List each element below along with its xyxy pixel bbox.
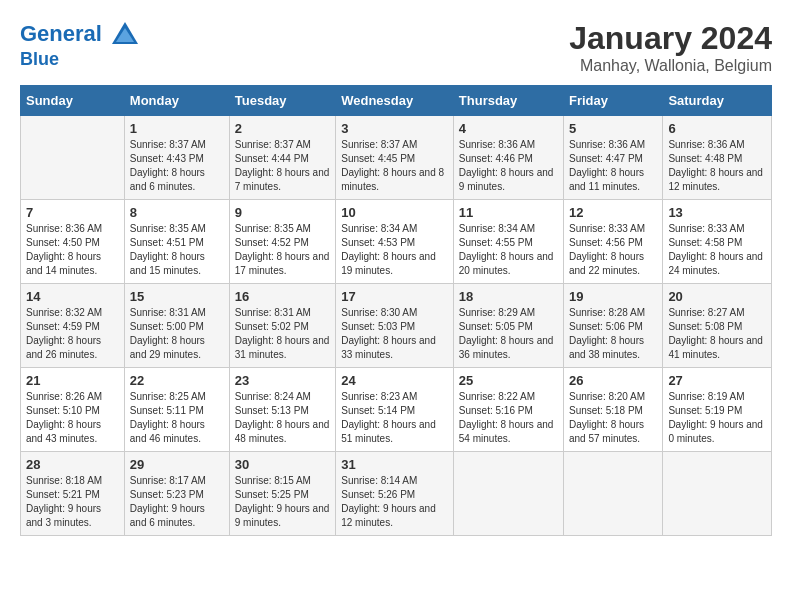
calendar-cell: 26Sunrise: 8:20 AM Sunset: 5:18 PM Dayli…: [563, 368, 662, 452]
day-info: Sunrise: 8:31 AM Sunset: 5:02 PM Dayligh…: [235, 306, 330, 362]
day-number: 29: [130, 457, 224, 472]
day-info: Sunrise: 8:36 AM Sunset: 4:47 PM Dayligh…: [569, 138, 657, 194]
calendar-cell: 1Sunrise: 8:37 AM Sunset: 4:43 PM Daylig…: [124, 116, 229, 200]
calendar-cell: 17Sunrise: 8:30 AM Sunset: 5:03 PM Dayli…: [336, 284, 454, 368]
day-info: Sunrise: 8:33 AM Sunset: 4:56 PM Dayligh…: [569, 222, 657, 278]
calendar-cell: [453, 452, 563, 536]
day-info: Sunrise: 8:34 AM Sunset: 4:55 PM Dayligh…: [459, 222, 558, 278]
logo-text: General: [20, 20, 140, 50]
calendar-cell: 30Sunrise: 8:15 AM Sunset: 5:25 PM Dayli…: [229, 452, 335, 536]
calendar-cell: 29Sunrise: 8:17 AM Sunset: 5:23 PM Dayli…: [124, 452, 229, 536]
calendar-cell: 25Sunrise: 8:22 AM Sunset: 5:16 PM Dayli…: [453, 368, 563, 452]
day-info: Sunrise: 8:30 AM Sunset: 5:03 PM Dayligh…: [341, 306, 448, 362]
calendar-cell: [21, 116, 125, 200]
day-number: 13: [668, 205, 766, 220]
day-number: 24: [341, 373, 448, 388]
day-number: 17: [341, 289, 448, 304]
day-info: Sunrise: 8:25 AM Sunset: 5:11 PM Dayligh…: [130, 390, 224, 446]
day-number: 7: [26, 205, 119, 220]
week-row-2: 7Sunrise: 8:36 AM Sunset: 4:50 PM Daylig…: [21, 200, 772, 284]
day-info: Sunrise: 8:34 AM Sunset: 4:53 PM Dayligh…: [341, 222, 448, 278]
day-number: 19: [569, 289, 657, 304]
day-info: Sunrise: 8:29 AM Sunset: 5:05 PM Dayligh…: [459, 306, 558, 362]
calendar-cell: 27Sunrise: 8:19 AM Sunset: 5:19 PM Dayli…: [663, 368, 772, 452]
calendar-cell: 20Sunrise: 8:27 AM Sunset: 5:08 PM Dayli…: [663, 284, 772, 368]
calendar-cell: 14Sunrise: 8:32 AM Sunset: 4:59 PM Dayli…: [21, 284, 125, 368]
month-year-title: January 2024: [569, 20, 772, 57]
day-info: Sunrise: 8:35 AM Sunset: 4:51 PM Dayligh…: [130, 222, 224, 278]
day-number: 11: [459, 205, 558, 220]
day-info: Sunrise: 8:28 AM Sunset: 5:06 PM Dayligh…: [569, 306, 657, 362]
day-info: Sunrise: 8:36 AM Sunset: 4:50 PM Dayligh…: [26, 222, 119, 278]
day-info: Sunrise: 8:33 AM Sunset: 4:58 PM Dayligh…: [668, 222, 766, 278]
day-number: 8: [130, 205, 224, 220]
location-subtitle: Manhay, Wallonia, Belgium: [569, 57, 772, 75]
week-row-3: 14Sunrise: 8:32 AM Sunset: 4:59 PM Dayli…: [21, 284, 772, 368]
day-number: 25: [459, 373, 558, 388]
calendar-cell: 6Sunrise: 8:36 AM Sunset: 4:48 PM Daylig…: [663, 116, 772, 200]
calendar-cell: 10Sunrise: 8:34 AM Sunset: 4:53 PM Dayli…: [336, 200, 454, 284]
calendar-cell: 16Sunrise: 8:31 AM Sunset: 5:02 PM Dayli…: [229, 284, 335, 368]
day-info: Sunrise: 8:22 AM Sunset: 5:16 PM Dayligh…: [459, 390, 558, 446]
calendar-cell: 9Sunrise: 8:35 AM Sunset: 4:52 PM Daylig…: [229, 200, 335, 284]
calendar-cell: 12Sunrise: 8:33 AM Sunset: 4:56 PM Dayli…: [563, 200, 662, 284]
calendar-cell: 22Sunrise: 8:25 AM Sunset: 5:11 PM Dayli…: [124, 368, 229, 452]
calendar-cell: [663, 452, 772, 536]
header-thursday: Thursday: [453, 86, 563, 116]
day-info: Sunrise: 8:36 AM Sunset: 4:48 PM Dayligh…: [668, 138, 766, 194]
day-number: 31: [341, 457, 448, 472]
day-info: Sunrise: 8:19 AM Sunset: 5:19 PM Dayligh…: [668, 390, 766, 446]
calendar-cell: 24Sunrise: 8:23 AM Sunset: 5:14 PM Dayli…: [336, 368, 454, 452]
day-info: Sunrise: 8:20 AM Sunset: 5:18 PM Dayligh…: [569, 390, 657, 446]
day-info: Sunrise: 8:32 AM Sunset: 4:59 PM Dayligh…: [26, 306, 119, 362]
day-info: Sunrise: 8:35 AM Sunset: 4:52 PM Dayligh…: [235, 222, 330, 278]
day-number: 10: [341, 205, 448, 220]
calendar-cell: 23Sunrise: 8:24 AM Sunset: 5:13 PM Dayli…: [229, 368, 335, 452]
day-info: Sunrise: 8:17 AM Sunset: 5:23 PM Dayligh…: [130, 474, 224, 530]
calendar-cell: 7Sunrise: 8:36 AM Sunset: 4:50 PM Daylig…: [21, 200, 125, 284]
day-info: Sunrise: 8:23 AM Sunset: 5:14 PM Dayligh…: [341, 390, 448, 446]
day-info: Sunrise: 8:14 AM Sunset: 5:26 PM Dayligh…: [341, 474, 448, 530]
day-number: 18: [459, 289, 558, 304]
day-number: 22: [130, 373, 224, 388]
calendar-cell: 18Sunrise: 8:29 AM Sunset: 5:05 PM Dayli…: [453, 284, 563, 368]
day-number: 2: [235, 121, 330, 136]
day-number: 28: [26, 457, 119, 472]
day-number: 12: [569, 205, 657, 220]
day-number: 6: [668, 121, 766, 136]
calendar-cell: 31Sunrise: 8:14 AM Sunset: 5:26 PM Dayli…: [336, 452, 454, 536]
day-info: Sunrise: 8:37 AM Sunset: 4:45 PM Dayligh…: [341, 138, 448, 194]
day-info: Sunrise: 8:36 AM Sunset: 4:46 PM Dayligh…: [459, 138, 558, 194]
week-row-5: 28Sunrise: 8:18 AM Sunset: 5:21 PM Dayli…: [21, 452, 772, 536]
day-number: 15: [130, 289, 224, 304]
day-number: 21: [26, 373, 119, 388]
header-wednesday: Wednesday: [336, 86, 454, 116]
header-friday: Friday: [563, 86, 662, 116]
calendar-header-row: SundayMondayTuesdayWednesdayThursdayFrid…: [21, 86, 772, 116]
day-info: Sunrise: 8:26 AM Sunset: 5:10 PM Dayligh…: [26, 390, 119, 446]
logo: General Blue: [20, 20, 140, 70]
day-number: 16: [235, 289, 330, 304]
day-number: 27: [668, 373, 766, 388]
calendar-cell: 21Sunrise: 8:26 AM Sunset: 5:10 PM Dayli…: [21, 368, 125, 452]
week-row-1: 1Sunrise: 8:37 AM Sunset: 4:43 PM Daylig…: [21, 116, 772, 200]
calendar-cell: 19Sunrise: 8:28 AM Sunset: 5:06 PM Dayli…: [563, 284, 662, 368]
page-header: General Blue January 2024 Manhay, Wallon…: [20, 20, 772, 75]
calendar-cell: 3Sunrise: 8:37 AM Sunset: 4:45 PM Daylig…: [336, 116, 454, 200]
header-saturday: Saturday: [663, 86, 772, 116]
day-number: 23: [235, 373, 330, 388]
day-info: Sunrise: 8:24 AM Sunset: 5:13 PM Dayligh…: [235, 390, 330, 446]
day-info: Sunrise: 8:37 AM Sunset: 4:44 PM Dayligh…: [235, 138, 330, 194]
day-info: Sunrise: 8:27 AM Sunset: 5:08 PM Dayligh…: [668, 306, 766, 362]
header-monday: Monday: [124, 86, 229, 116]
day-number: 26: [569, 373, 657, 388]
week-row-4: 21Sunrise: 8:26 AM Sunset: 5:10 PM Dayli…: [21, 368, 772, 452]
header-sunday: Sunday: [21, 86, 125, 116]
day-number: 20: [668, 289, 766, 304]
day-info: Sunrise: 8:31 AM Sunset: 5:00 PM Dayligh…: [130, 306, 224, 362]
day-number: 3: [341, 121, 448, 136]
calendar-cell: 28Sunrise: 8:18 AM Sunset: 5:21 PM Dayli…: [21, 452, 125, 536]
calendar-cell: 2Sunrise: 8:37 AM Sunset: 4:44 PM Daylig…: [229, 116, 335, 200]
calendar-cell: 8Sunrise: 8:35 AM Sunset: 4:51 PM Daylig…: [124, 200, 229, 284]
title-block: January 2024 Manhay, Wallonia, Belgium: [569, 20, 772, 75]
